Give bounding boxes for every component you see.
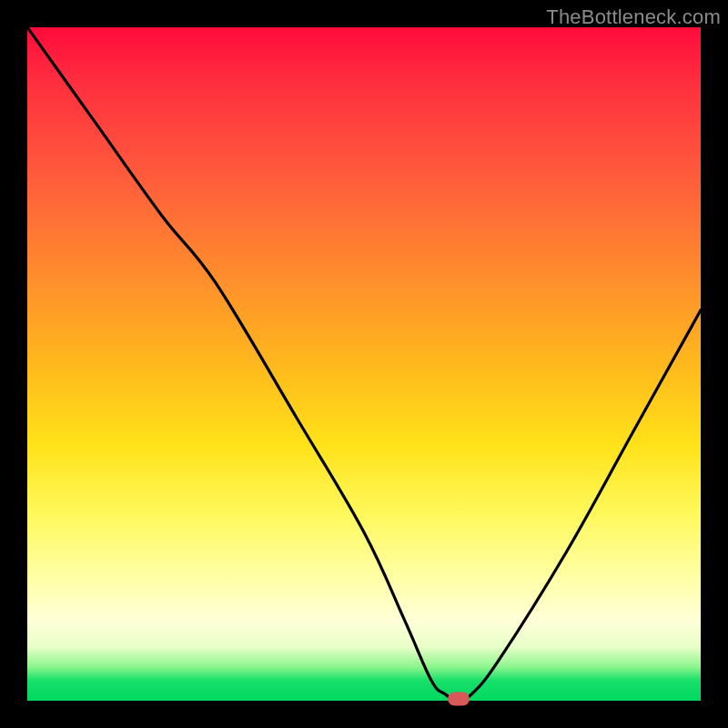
plot-area: [27, 27, 701, 701]
chart-container: TheBottleneck.com: [0, 0, 728, 728]
watermark-text: TheBottleneck.com: [546, 5, 721, 29]
optimal-point-marker: [448, 693, 470, 706]
bottleneck-curve: [27, 27, 701, 701]
